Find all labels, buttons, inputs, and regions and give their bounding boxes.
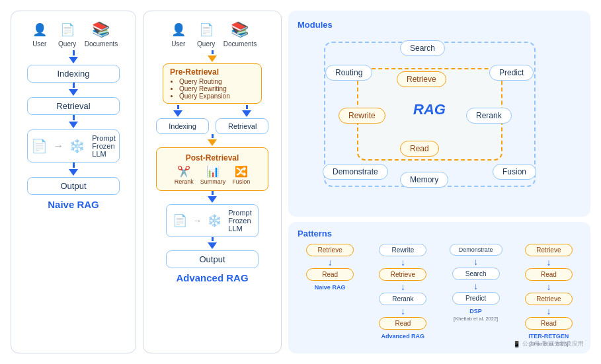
patterns-label: Patterns: [298, 229, 581, 238]
predict-module: Predict: [489, 65, 534, 81]
llm-row-adv: 📄 → ❄️ Prompt Frozen LLM: [166, 204, 259, 237]
patt-title-dsp: DSP: [469, 308, 482, 314]
modules-label: Modules: [298, 20, 581, 30]
arrow4-adv: [208, 191, 217, 204]
retrieval-box-adv: Retrieval: [216, 118, 268, 134]
main-container: 👤 User 📄 Query 📚 Documents Indexing Retr…: [0, 0, 601, 364]
advanced-rag-panel: 👤 User 📄 Query 📚 Documents Pre-Retrieval…: [143, 11, 282, 353]
watermark: 📱 公众号 数据分析及应用: [513, 340, 584, 348]
fusion-icon: 🔀 Fusion: [232, 165, 250, 185]
pattern-naive: Retrieve ↓ Read Naive RAG: [298, 244, 362, 291]
post-icons: ✂️ Rerank 📊 Summary 🔀 Fusion: [175, 165, 251, 185]
patt-search-dsp: Search: [452, 268, 500, 280]
pre-retrieval-list: Query Routing Query Rewriting Query Expa…: [170, 78, 255, 100]
arrow3-naive: [69, 115, 78, 129]
patt-rewrite-adv: Rewrite: [379, 244, 426, 256]
patt-sub-dsp: [Khettab et al. 2022]: [454, 316, 498, 322]
output-box-adv: Output: [166, 250, 259, 268]
patterns-area: Retrieve ↓ Read Naive RAG Rewrite ↓ Retr…: [298, 244, 581, 347]
modular-rag-panel: Modules Search Routing Predict Retrieve …: [288, 11, 590, 353]
arrow3-adv: [208, 134, 217, 147]
naive-inputs-row: 👤 User 📄 Query 📚 Documents: [29, 20, 118, 48]
demonstrate-module: Demonstrate: [323, 164, 388, 180]
arrow2b-adv: [242, 105, 251, 118]
rewrite-module: Rewrite: [339, 108, 385, 124]
fusion-module: Fusion: [493, 164, 536, 180]
indexing-box-naive: Indexing: [27, 65, 120, 83]
rerank-icon: ✂️ Rerank: [175, 165, 194, 185]
patt-read2-iter: Read: [525, 317, 573, 330]
query-icon-adv: 📄 Query: [196, 20, 217, 48]
patt-demonstrate-dsp: Demonstrate: [450, 244, 502, 256]
arrow1-naive: [69, 50, 78, 65]
patt-read-adv: Read: [379, 317, 426, 330]
advanced-rag-title: Advanced RAG: [176, 272, 248, 283]
patt-title-adv: Advanced RAG: [381, 333, 425, 340]
advanced-inputs-row: 👤 User 📄 Query 📚 Documents: [168, 20, 257, 48]
retrieve-module: Retrieve: [397, 71, 446, 87]
modules-section: Modules Search Routing Predict Retrieve …: [288, 11, 590, 217]
output-box-naive: Output: [27, 177, 120, 195]
patterns-section: Patterns Retrieve ↓ Read Naive RAG Rewri…: [288, 222, 590, 353]
patt-read1-iter: Read: [525, 268, 573, 281]
naive-rag-panel: 👤 User 📄 Query 📚 Documents Indexing Retr…: [11, 11, 136, 353]
patt-retrieve-adv: Retrieve: [379, 268, 426, 281]
naive-rag-title: Naive RAG: [48, 199, 99, 210]
summary-icon: 📊 Summary: [200, 165, 226, 185]
indexing-box-adv: Indexing: [156, 118, 209, 134]
patt-predict-dsp: Predict: [452, 292, 500, 305]
arrow2-naive: [69, 83, 78, 97]
arrow5-adv: [208, 237, 217, 250]
memory-module: Memory: [400, 172, 448, 188]
patt-arrow1-dsp: ↓: [473, 257, 478, 266]
pre-retrieval-box: Pre-Retrieval Query Routing Query Rewrit…: [163, 63, 262, 104]
patt-rerank-adv: Rerank: [379, 293, 426, 305]
patt-title-naive: Naive RAG: [315, 284, 346, 291]
patt-retrieve2-iter: Retrieve: [525, 293, 573, 305]
post-retrieval-box: Post-Retrieval ✂️ Rerank 📊 Summary 🔀 Fus…: [156, 147, 268, 191]
rag-label: RAG: [413, 101, 446, 118]
patt-read-naive: Read: [306, 268, 354, 281]
modules-area: Search Routing Predict Retrieve Rewrite …: [298, 35, 581, 207]
patt-arrow1-naive: ↓: [328, 258, 333, 267]
pattern-iter: Retrieve ↓ Read ↓ Retrieve ↓ Read ITER-R…: [516, 244, 581, 347]
user-icon-naive: 👤 User: [29, 20, 50, 48]
documents-icon-adv: 📚 Documents: [223, 20, 257, 48]
routing-module: Routing: [325, 65, 372, 81]
rerank-module: Rerank: [466, 108, 512, 124]
patt-arrow2-adv: ↓: [401, 282, 405, 291]
user-icon-adv: 👤 User: [168, 20, 189, 48]
read-module: Read: [400, 141, 439, 157]
patt-arrow2-iter: ↓: [546, 282, 551, 291]
patt-retrieve1-iter: Retrieve: [525, 244, 573, 256]
patt-arrow1-adv: ↓: [401, 258, 405, 267]
patt-arrow1-iter: ↓: [546, 258, 551, 267]
patt-retrieve-naive: Retrieve: [306, 244, 354, 256]
patt-arrow2-dsp: ↓: [473, 281, 478, 291]
search-module: Search: [400, 40, 445, 56]
documents-icon-naive: 📚 Documents: [85, 20, 118, 48]
retrieval-box-naive: Retrieval: [27, 97, 120, 115]
patt-arrow3-adv: ↓: [401, 307, 405, 316]
arrow2a-adv: [173, 105, 182, 118]
pattern-advanced: Rewrite ↓ Retrieve ↓ Rerank ↓ Read Advan…: [370, 244, 435, 340]
llm-row-naive: 📄 → ❄️ Prompt Frozen LLM: [27, 129, 120, 163]
arrow1-adv: [208, 50, 217, 63]
arrow4-naive: [69, 163, 78, 177]
query-icon-naive: 📄 Query: [57, 20, 78, 48]
patt-arrow3-iter: ↓: [546, 307, 551, 316]
pattern-dsp: Demonstrate ↓ Search ↓ Predict DSP [Khet…: [444, 244, 508, 322]
patt-title-iter: ITER-RETGEN: [528, 333, 569, 340]
